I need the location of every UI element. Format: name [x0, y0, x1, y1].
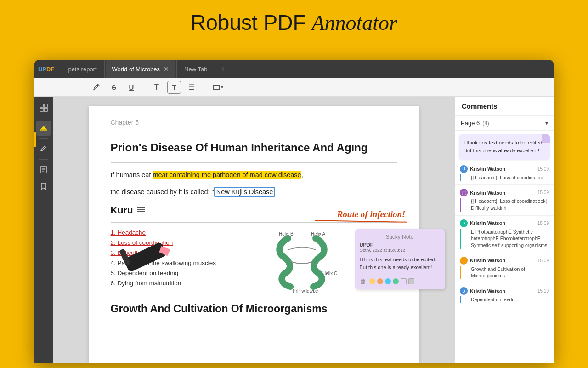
kuru-divider: [111, 222, 397, 223]
color-dot-gray[interactable]: [401, 278, 407, 284]
toolbar-sep2: [204, 83, 204, 92]
tab-new-tab[interactable]: New Tab: [176, 60, 215, 78]
sidebar-sep2: [39, 138, 48, 139]
sticky-note-body: I think this text needs to be edited. Bu…: [360, 256, 440, 271]
highlight-text-1: meat containing the pathogen of mad cow …: [153, 171, 301, 179]
bottom-section-title: Growth And Cultivation Of Microorganisms: [111, 303, 397, 315]
comment-time-4: 15:19: [537, 288, 549, 293]
sticky-note-title: Sticky Note: [360, 234, 440, 240]
color-dot-green[interactable]: [393, 278, 399, 284]
svg-text:Helix C: Helix C: [322, 271, 337, 276]
header-title: Robust PDF Annotator: [191, 11, 397, 34]
svg-text:PrP wildtype: PrP wildtype: [293, 288, 318, 293]
active-comment[interactable]: I think this text needs to be edited. Bu…: [459, 134, 550, 160]
comment-item-0[interactable]: U Kristin Watson 15:09 {| Headacht}| Los…: [455, 161, 554, 185]
comment-body-4: Dependent on feedi...: [460, 296, 549, 303]
comment-author-3: Kristin Watson: [470, 258, 505, 263]
comment-author-1: Kristin Watson: [470, 190, 505, 196]
text-tool-btn[interactable]: T: [150, 81, 164, 94]
chevron-down-icon: ▾: [545, 120, 548, 126]
comment-meta-1: ◯ Kristin Watson 15:09: [460, 189, 549, 196]
left-sidebar: [34, 97, 53, 363]
page-title: Prion's Disease Of Human Inheritance And…: [111, 141, 397, 154]
comments-header: Comments: [455, 97, 554, 116]
tab-add-button[interactable]: +: [216, 63, 229, 75]
svg-text:Helix A: Helix A: [311, 231, 325, 236]
header-title-cursive: Annotator: [311, 11, 397, 34]
comment-body-3: Growth and Cultivation of Microorganisms: [460, 266, 549, 279]
tab-world-microbes[interactable]: World of Microbes ✕: [106, 60, 176, 78]
comments-panel: Comments Page 6 (8) ▾ I think this text …: [455, 97, 554, 363]
comment-item-1[interactable]: ◯ Kristin Watson 15:09 {| Headacht}| Los…: [455, 185, 554, 215]
svg-rect-0: [40, 104, 43, 107]
tab-new-label: New Tab: [184, 66, 207, 73]
tab-world-label: World of Microbes: [112, 66, 160, 73]
comment-time-1: 15:09: [537, 190, 549, 195]
toolbar-sep1: [144, 83, 144, 92]
comment-avatar-0: U: [460, 165, 468, 173]
app-header: Robust PDF Annotator: [0, 10, 588, 35]
main-with-sidebar: Chapter 5 Prion's Disease Of Human Inher…: [34, 97, 554, 363]
content-columns: 1. Headache 2. Loss of coordination 3. D…: [111, 229, 397, 295]
sticky-note: Sticky Note UPDF Oct 9, 2022 at 15:03:12…: [355, 229, 445, 289]
comment-fold: [542, 134, 550, 143]
rect-dropdown-arrow: ▾: [221, 85, 223, 90]
pdf-page: Chapter 5 Prion's Disease Of Human Inher…: [89, 106, 419, 363]
comment-author-2: Kristin Watson: [470, 220, 505, 226]
sidebar-sep3: [39, 159, 48, 160]
strikethrough-tool-btn[interactable]: S: [107, 81, 121, 94]
rect-icon: [213, 85, 220, 90]
list-item-1: 1. Headache: [111, 229, 258, 236]
sidebar-annotate-btn[interactable]: [36, 142, 51, 156]
textbox-tool-btn[interactable]: T: [167, 81, 181, 94]
sticky-delete-btn[interactable]: 🗑: [360, 278, 366, 285]
sidebar-bookmark-btn[interactable]: [36, 179, 51, 194]
list-item-6: 6. Dying from malnutrition: [111, 280, 258, 287]
toolbar: S U T T ☰ ▾: [34, 78, 554, 97]
list-item-5: 5. Dependent on feeding: [111, 270, 258, 276]
underline-tool-btn[interactable]: U: [124, 81, 138, 94]
rect-tool-btn[interactable]: ▾: [210, 83, 226, 92]
comment-author-4: Kristin Watson: [470, 288, 505, 294]
list-item-3: 3. Difficulty walking: [111, 249, 258, 256]
align-tool-btn[interactable]: ☰: [185, 81, 198, 94]
sidebar-thumbnails-btn[interactable]: [36, 100, 51, 115]
page-section-header[interactable]: Page 6 (8) ▾: [455, 116, 554, 131]
tab-bar: UPDF pets report World of Microbes ✕ New…: [34, 60, 554, 78]
color-dot-orange[interactable]: [377, 278, 383, 284]
sticky-note-toolbar: 🗑: [360, 275, 440, 285]
pdf-scroll-area[interactable]: Chapter 5 Prion's Disease Of Human Inher…: [53, 97, 455, 363]
comment-item-2[interactable]: S Kristin Watson 15:09 Ë PhotoautotrophÊ…: [455, 216, 554, 253]
comment-avatar-4: U: [460, 287, 468, 295]
color-dot-teal[interactable]: [385, 278, 391, 284]
comment-avatar-1: ◯: [460, 189, 468, 196]
chapter-label: Chapter 5: [111, 119, 397, 126]
tab-pets-report[interactable]: pets report: [61, 60, 104, 78]
title-divider: [111, 162, 397, 163]
comment-item-4[interactable]: U Kristin Watson 15:19 Dependent on feed…: [455, 283, 554, 307]
sidebar-sep1: [39, 118, 48, 118]
page-label: Page 6: [461, 120, 480, 126]
comments-title: Comments: [462, 102, 498, 110]
header-title-normal: Robust PDF: [191, 11, 311, 34]
svg-rect-9: [123, 242, 167, 273]
sticky-note-app: UPDF: [360, 242, 440, 247]
app-window: UPDF pets report World of Microbes ✕ New…: [34, 60, 554, 363]
comment-meta-0: U Kristin Watson 15:09: [460, 165, 549, 173]
list-column: 1. Headache 2. Loss of coordination 3. D…: [111, 229, 258, 295]
sidebar-pages-btn[interactable]: [36, 162, 51, 177]
highlight-text-2: New Kuji's Disease: [214, 187, 276, 197]
kuru-title-text: Kuru: [111, 205, 133, 216]
sidebar-highlight-indicator: [34, 132, 36, 147]
chapter-divider: [111, 131, 397, 131]
tab-pets-label: pets report: [68, 66, 96, 73]
list-item-4: 4. Paralysis of the swallowing muscles: [111, 259, 258, 266]
sidebar-highlight-btn[interactable]: [36, 121, 51, 136]
tab-close-btn[interactable]: ✕: [164, 65, 169, 73]
pen-tool-btn[interactable]: [90, 81, 103, 94]
body-text-1: If humans eat: [111, 171, 153, 178]
color-dot-yellow[interactable]: [369, 278, 375, 284]
color-dot-dark[interactable]: [408, 278, 414, 284]
comment-meta-3: T Kristin Watson 15:09: [460, 257, 549, 264]
comment-item-3[interactable]: T Kristin Watson 15:09 Growth and Cultiv…: [455, 253, 554, 283]
